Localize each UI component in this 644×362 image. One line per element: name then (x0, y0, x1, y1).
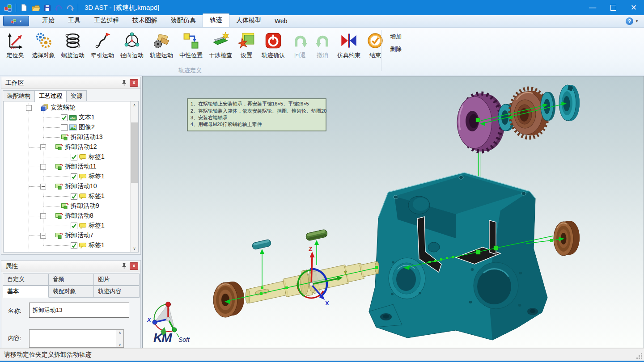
pin-icon[interactable] (121, 80, 127, 86)
locator-icon (6, 31, 25, 50)
tree-item-activity13[interactable]: 拆卸活动13 (4, 132, 131, 142)
undo-button[interactable] (53, 2, 64, 13)
locator-button[interactable]: 定位夹 (2, 31, 29, 60)
tree-scrollbar[interactable]: ∧ ∨ (130, 101, 138, 252)
resize-grip[interactable] (636, 353, 643, 360)
tab-assembly-sim[interactable]: 装配仿真 (164, 14, 203, 27)
tree-item-image2[interactable]: 图像2 (4, 122, 131, 132)
minimize-button[interactable]: — (582, 0, 603, 15)
tab-human-model[interactable]: 人体模型 (229, 14, 268, 27)
key-teal[interactable] (252, 239, 271, 250)
tab-process[interactable]: 工艺过程 (87, 14, 126, 27)
close-panel-button[interactable]: x (130, 262, 138, 270)
maximize-icon (610, 5, 616, 11)
tree-item-activity8[interactable]: 拆卸活动8 (4, 211, 131, 221)
collapse-icon[interactable] (40, 233, 46, 239)
pin-icon[interactable] (121, 263, 127, 269)
tab-start[interactable]: 开始 (35, 14, 61, 27)
tab-tools[interactable]: 工具 (61, 14, 87, 27)
save-button[interactable] (41, 2, 53, 13)
maximize-button[interactable] (603, 0, 623, 15)
tab-custom[interactable]: 自定义 (3, 274, 49, 286)
scroll-up-icon[interactable]: ∧ (131, 101, 138, 109)
tab-basic[interactable]: 基本 (3, 286, 49, 298)
checkbox-checked-icon[interactable] (71, 223, 77, 229)
tree-item-activity12[interactable]: 拆卸活动12 (4, 142, 131, 152)
note-box[interactable]: 1、在蜗轮轴上安装轴承，再安装平键16×5、平键26×5 2、将蜗轮轴装入箱体，… (187, 99, 326, 131)
radial-motion-button[interactable]: 径向运动 (117, 31, 147, 60)
tab-tech-illustration[interactable]: 技术图解 (126, 14, 164, 27)
checkbox-checked-icon[interactable] (71, 173, 77, 180)
name-input[interactable] (29, 303, 129, 318)
tab-track-content[interactable]: 轨迹内容 (93, 286, 140, 298)
add-button[interactable]: 增加 (390, 33, 402, 41)
tab-trajectory[interactable]: 轨迹 (203, 13, 229, 27)
status-bar: 请移动定位夹定义拆卸活动轨迹 (0, 348, 644, 362)
checkbox-checked-icon[interactable] (71, 154, 77, 160)
bearing-right[interactable] (554, 221, 580, 256)
open-file-button[interactable] (30, 2, 41, 13)
chevron-down-icon[interactable]: ▼ (635, 19, 639, 23)
textarea-scrollbar[interactable]: ∧ ∨ (116, 330, 123, 347)
left-column: 工作区 x 装配结构 工艺过程 资源 安装蜗轮 文本1 图 (0, 76, 142, 348)
collapse-icon[interactable] (40, 164, 46, 170)
close-panel-button[interactable]: x (130, 79, 138, 87)
track-motion-button[interactable]: 轨迹运动 (147, 31, 176, 60)
tree-item-label1[interactable]: 标签1 (4, 221, 131, 231)
collapse-icon[interactable] (40, 144, 46, 150)
bearing-left[interactable] (213, 282, 244, 317)
tree-item-activity7[interactable]: 拆卸活动7 (4, 231, 131, 240)
scroll-up-icon[interactable]: ∧ (116, 330, 123, 336)
select-object-button[interactable]: 选择对象 (29, 31, 58, 60)
app-logo-icon[interactable] (2, 2, 14, 13)
tree-item-label1[interactable]: 标签1 (4, 240, 131, 250)
scene-3d[interactable]: 1、在蜗轮轴上安装轴承，再安装平键16×5、平键26×5 2、将蜗轮轴装入箱体，… (143, 76, 644, 348)
checkbox-checked-icon[interactable] (71, 193, 77, 200)
worm-gear-purple[interactable] (457, 93, 505, 152)
delete-button[interactable]: 删除 (390, 45, 402, 53)
checkbox-unchecked-icon[interactable] (61, 124, 68, 131)
tree-item-activity10[interactable]: 拆卸活动10 (4, 181, 131, 191)
interference-check-button[interactable]: 干涉检查 (206, 31, 235, 60)
neutral-position-button[interactable]: 中性位置 (176, 31, 206, 60)
tree-item-label1[interactable]: 标签1 (4, 152, 131, 162)
scrollbar-thumb[interactable] (131, 122, 138, 183)
scroll-down-icon[interactable]: ∨ (131, 245, 138, 252)
close-button[interactable]: × (623, 0, 644, 15)
tree-item-install-worm[interactable]: 安装蜗轮 (4, 103, 131, 113)
drag-motion-button[interactable]: 牵引运动 (88, 31, 117, 60)
sim-constraint-button[interactable]: 仿真约束 (334, 31, 364, 60)
content-textarea[interactable]: ∧ ∨ (29, 329, 124, 348)
tag-icon (79, 173, 87, 180)
scroll-down-icon[interactable]: ∨ (116, 342, 123, 348)
key-green[interactable] (305, 229, 328, 241)
spiral-motion-button[interactable]: 螺旋运动 (58, 31, 88, 60)
tree-item-text1[interactable]: 文本1 (4, 113, 131, 122)
finish-button[interactable]: 结束 (364, 31, 386, 60)
checkbox-checked-icon[interactable] (71, 242, 77, 249)
tab-assembly-object[interactable]: 装配对象 (48, 286, 94, 298)
triad-x-label: X (147, 316, 152, 323)
tab-assembly-structure[interactable]: 装配结构 (3, 90, 35, 102)
new-file-button[interactable] (18, 2, 30, 13)
collapse-icon[interactable] (40, 184, 46, 189)
redo-button[interactable] (64, 2, 76, 13)
tab-resources[interactable]: 资源 (66, 90, 87, 102)
tab-web[interactable]: Web (268, 15, 294, 27)
help-area: ? ▼ (626, 17, 644, 27)
tab-audio[interactable]: 音频 (48, 274, 94, 286)
checkbox-checked-icon[interactable] (61, 114, 68, 121)
tree-item-label1[interactable]: 标签1 (4, 191, 131, 201)
viewport-3d[interactable]: 1、在蜗轮轴上安装轴承，再安装平键16×5、平键26×5 2、将蜗轮轴装入箱体，… (142, 76, 644, 348)
collapse-icon[interactable] (26, 105, 32, 111)
tab-process-tree[interactable]: 工艺过程 (34, 90, 67, 102)
settings-button[interactable]: 设置 (235, 31, 258, 60)
track-confirm-button[interactable]: 轨迹确认 (258, 31, 289, 60)
tree-item-label1[interactable]: 标签1 (4, 172, 131, 181)
tab-picture[interactable]: 图片 (93, 274, 140, 286)
collapse-icon[interactable] (40, 213, 46, 219)
help-icon[interactable]: ? (626, 17, 633, 25)
tree-item-activity9[interactable]: 拆卸活动9 (4, 201, 131, 211)
application-menu-button[interactable]: ▼ (3, 16, 29, 26)
tree-item-activity11[interactable]: 拆卸活动11 (4, 162, 131, 172)
